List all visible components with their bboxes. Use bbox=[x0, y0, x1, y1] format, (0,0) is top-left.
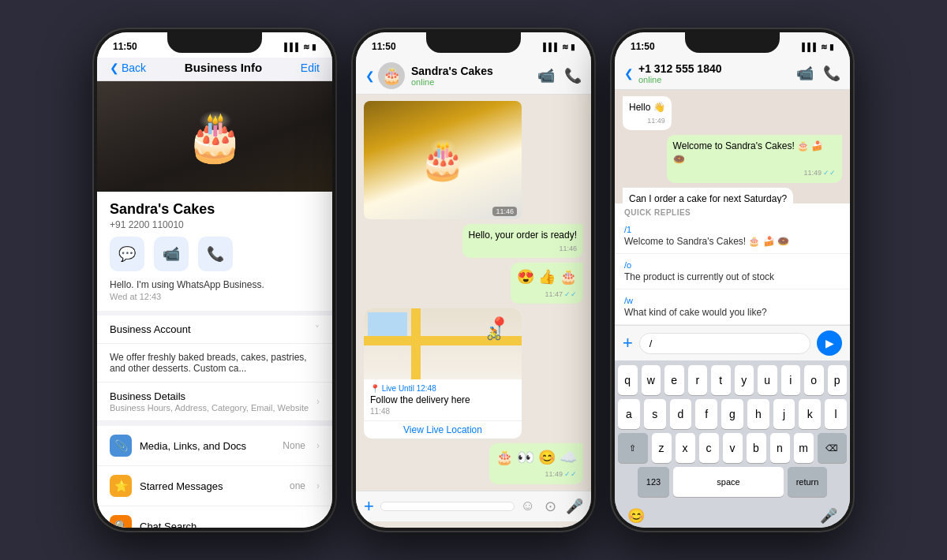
key-h[interactable]: h bbox=[747, 399, 769, 429]
details-sub: Business Hours, Address, Category, Email… bbox=[110, 403, 309, 413]
hello-text: Hello 👋 bbox=[629, 102, 665, 113]
camera-icon[interactable]: ⊙ bbox=[545, 498, 556, 515]
media-chevron: › bbox=[316, 440, 320, 451]
space-key[interactable]: space bbox=[673, 467, 784, 497]
key-c[interactable]: c bbox=[699, 433, 719, 463]
account-desc-row: We offer freshly baked breads, cakes, pa… bbox=[97, 344, 332, 383]
video-call-icon[interactable]: 📹 bbox=[537, 67, 555, 84]
key-p[interactable]: p bbox=[828, 365, 848, 395]
quick-reply-2[interactable]: /o The product is currently out of stock bbox=[615, 254, 850, 289]
send-button[interactable]: ▶ bbox=[817, 330, 842, 356]
chat-back-button[interactable]: ❮ bbox=[365, 69, 375, 82]
shift-key[interactable]: ⇧ bbox=[618, 433, 648, 463]
map-bubble: 📍 🚴 📍 Live Until 12:48 Follow the delive… bbox=[364, 308, 522, 439]
quick-reply-1[interactable]: /1 Welcome to Sandra's Cakes! 🎂 🍰 🍩 bbox=[615, 218, 850, 254]
phone-chat: 11:50 ▌▌▌ ≋ ▮ ❮ 🎂 Sandra's Cakes online … bbox=[351, 28, 596, 532]
video-icon-3[interactable]: 📹 bbox=[796, 65, 814, 82]
chat-input[interactable] bbox=[380, 502, 515, 511]
business-details-row[interactable]: Business Details Business Hours, Address… bbox=[97, 383, 332, 421]
mic-icon[interactable]: 🎤 bbox=[566, 498, 583, 515]
key-s[interactable]: s bbox=[644, 399, 666, 429]
key-i[interactable]: i bbox=[781, 365, 801, 395]
key-n[interactable]: n bbox=[770, 433, 790, 463]
key-x[interactable]: x bbox=[676, 433, 695, 463]
key-q[interactable]: q bbox=[618, 365, 638, 395]
return-key[interactable]: return bbox=[788, 467, 827, 497]
key-f[interactable]: f bbox=[695, 399, 717, 429]
chat-actions: 📹 📞 bbox=[537, 67, 582, 84]
contact-status: online bbox=[411, 77, 493, 87]
key-r[interactable]: r bbox=[688, 365, 708, 395]
business-name: Sandra's Cakes bbox=[110, 201, 320, 218]
key-j[interactable]: j bbox=[773, 399, 795, 429]
signal-icons-1: ▌▌▌ ≋ ▮ bbox=[284, 43, 316, 51]
back-button[interactable]: ❮ Back bbox=[110, 62, 146, 74]
key-e[interactable]: e bbox=[664, 365, 684, 395]
phone-call-icon[interactable]: 📞 bbox=[564, 67, 582, 84]
input-bar-3: + / ▶ bbox=[615, 325, 850, 360]
sticker-icon[interactable]: ☺ bbox=[521, 498, 535, 515]
header-actions-3: 📹 📞 bbox=[796, 65, 840, 82]
image-message: 🎂 11:46 bbox=[364, 101, 522, 219]
emoji-text: 😍 👍 🎂 bbox=[517, 269, 577, 285]
phone-icon-3[interactable]: 📞 bbox=[823, 65, 840, 82]
key-v[interactable]: v bbox=[723, 433, 743, 463]
key-w[interactable]: w bbox=[642, 365, 661, 395]
search-icon: 🔍 bbox=[110, 515, 132, 528]
key-z[interactable]: z bbox=[652, 433, 672, 463]
key-l[interactable]: l bbox=[825, 399, 847, 429]
mic-keyboard-icon[interactable]: 🎤 bbox=[820, 507, 837, 525]
message-button[interactable]: 💬 bbox=[110, 237, 144, 271]
contact-name: Sandra's Cakes bbox=[411, 65, 493, 77]
message-time: 11:46 bbox=[469, 244, 577, 254]
quick-reply-input[interactable]: / bbox=[639, 333, 810, 354]
key-u[interactable]: u bbox=[758, 365, 777, 395]
reply-text-3: What kind of cake would you like? bbox=[624, 307, 840, 318]
signal-icons-2: ▌▌▌ ≋ ▮ bbox=[543, 43, 575, 51]
order-text: Can I order a cake for next Saturday? bbox=[629, 193, 787, 203]
emoji-bar: 😊 🎤 bbox=[615, 504, 850, 528]
emoji-keyboard-icon[interactable]: 😊 bbox=[627, 507, 645, 525]
key-t[interactable]: t bbox=[711, 365, 731, 395]
chat-messages-3: Hello 👋 11:49 Welcome to Sandra's Cakes!… bbox=[615, 90, 850, 203]
chat-search-row[interactable]: 🔍 Chat Search › bbox=[97, 506, 332, 528]
numbers-key[interactable]: 123 bbox=[638, 467, 669, 497]
key-d[interactable]: d bbox=[670, 399, 692, 429]
emoji-out-time: 11:49 ✓✓ bbox=[496, 469, 577, 480]
check-icon-2: ✓✓ bbox=[564, 469, 577, 480]
account-label: Business Account bbox=[110, 323, 191, 335]
back-button-3[interactable]: ❮ bbox=[624, 67, 634, 80]
call-button[interactable]: 📞 bbox=[198, 237, 233, 271]
delete-key[interactable]: ⌫ bbox=[818, 433, 848, 463]
message-text: Hello, your order is ready! bbox=[469, 230, 577, 241]
key-m[interactable]: m bbox=[794, 433, 814, 463]
plus-icon-3[interactable]: + bbox=[623, 333, 633, 353]
check-icon: ✓✓ bbox=[564, 289, 577, 300]
key-b[interactable]: b bbox=[747, 433, 766, 463]
details-label: Business Details bbox=[110, 390, 309, 402]
phone-quick-replies: 11:50 ▌▌▌ ≋ ▮ ❮ +1 312 555 1840 online 📹… bbox=[610, 28, 855, 532]
quick-replies-header: QUICK REPLIES bbox=[615, 203, 850, 218]
key-k[interactable]: k bbox=[799, 399, 821, 429]
quick-reply-3[interactable]: /w What kind of cake would you like? bbox=[615, 289, 850, 325]
water-area bbox=[368, 312, 407, 336]
add-icon[interactable]: + bbox=[364, 496, 374, 517]
business-account-row: Business Account ˅ bbox=[97, 315, 332, 344]
keyboard-row-2: a s d f g h j k l bbox=[618, 399, 847, 429]
biz-description: Hello. I'm using WhatsApp Business. bbox=[110, 279, 320, 290]
expand-icon[interactable]: ˅ bbox=[315, 324, 320, 335]
keyboard[interactable]: q w e r t y u i o p a s d bbox=[615, 360, 850, 504]
key-o[interactable]: o bbox=[804, 365, 824, 395]
emoji-out-message: 🎂 👀 😊 ☁️ 11:49 ✓✓ bbox=[489, 443, 583, 484]
view-location-link[interactable]: View Live Location bbox=[364, 420, 522, 439]
edit-button[interactable]: Edit bbox=[301, 62, 320, 74]
key-a[interactable]: a bbox=[618, 399, 640, 429]
video-button[interactable]: 📹 bbox=[154, 237, 189, 271]
media-links-row[interactable]: 📎 Media, Links, and Docs None › bbox=[97, 426, 332, 466]
keyboard-row-1: q w e r t y u i o p bbox=[618, 365, 847, 395]
key-y[interactable]: y bbox=[735, 365, 754, 395]
keyboard-row-3: ⇧ z x c v b n m ⌫ bbox=[618, 433, 847, 463]
key-g[interactable]: g bbox=[721, 399, 743, 429]
notch bbox=[167, 32, 262, 53]
starred-messages-row[interactable]: ⭐ Starred Messages one › bbox=[97, 466, 332, 506]
